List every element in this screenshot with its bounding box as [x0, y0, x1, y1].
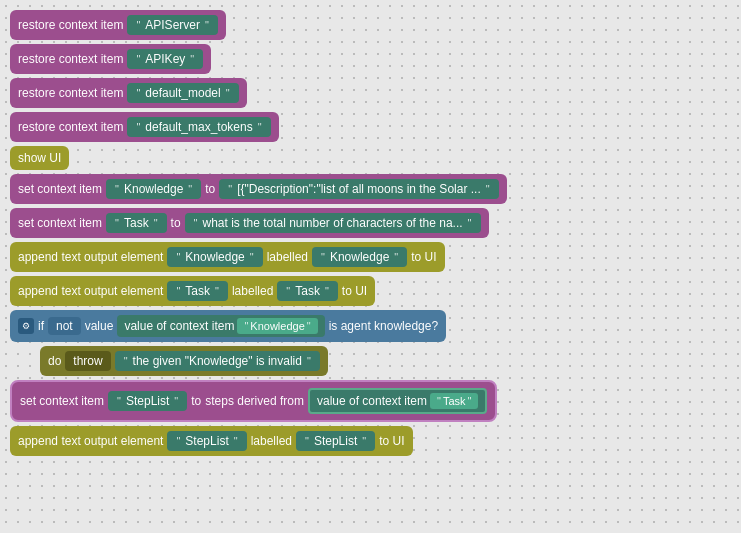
show-ui-label: show UI [18, 151, 61, 165]
set-to-1: to [205, 182, 215, 196]
set-value-2[interactable]: " what is the total number of characters… [185, 213, 481, 233]
append-label-value-2[interactable]: " Task " [277, 281, 338, 301]
not-label: not [48, 317, 81, 335]
append-label-1: append text output element [18, 250, 163, 264]
throw-value[interactable]: " the given "Knowledge" is invalid " [115, 351, 320, 371]
restore-label-1: restore context item [18, 18, 123, 32]
set-label-1: set context item [18, 182, 102, 196]
restore-block-2: restore context item " APIKey " [10, 44, 731, 74]
value-of-context-item[interactable]: value of context item "Knowledge" [117, 315, 324, 337]
restore-block-4: restore context item " default_max_token… [10, 112, 731, 142]
set-label-2: set context item [18, 216, 102, 230]
append-labelled-2: labelled [232, 284, 273, 298]
if-block: ⚙ if not value value of context item "Kn… [10, 310, 731, 342]
agent-label: is agent knowledge? [329, 319, 438, 333]
restore-label-2: restore context item [18, 52, 123, 66]
set-steplist-to: to [191, 394, 201, 408]
restore-label-4: restore context item [18, 120, 123, 134]
append-toui-1: to UI [411, 250, 436, 264]
restore-value-3[interactable]: " default_model " [127, 83, 238, 103]
set-steplist-block: set context item " StepList " to steps d… [10, 380, 731, 422]
append-label-value-1[interactable]: " Knowledge " [312, 247, 407, 267]
gear-icon[interactable]: ⚙ [18, 318, 34, 334]
do-throw-block: do throw " the given "Knowledge" is inva… [40, 346, 731, 376]
set-task-block: set context item " Task " to " what is t… [10, 208, 731, 238]
append-steplist-labelled: labelled [251, 434, 292, 448]
append-steplist-label: append text output element [18, 434, 163, 448]
value-label: value [85, 319, 114, 333]
throw-label: throw [65, 351, 110, 371]
append-labelled-1: labelled [267, 250, 308, 264]
append-steplist-toui: to UI [379, 434, 404, 448]
append-toui-2: to UI [342, 284, 367, 298]
set-key-2[interactable]: " Task " [106, 213, 167, 233]
restore-value-2[interactable]: " APIKey " [127, 49, 203, 69]
append-label-2: append text output element [18, 284, 163, 298]
append-task-block: append text output element " Task " labe… [10, 276, 731, 306]
append-key-1[interactable]: " Knowledge " [167, 247, 262, 267]
append-steplist-key[interactable]: " StepList " [167, 431, 246, 451]
append-knowledge-block: append text output element " Knowledge "… [10, 242, 731, 272]
restore-value-1[interactable]: " APIServer " [127, 15, 218, 35]
steplist-context-label: value of context item [317, 394, 427, 408]
context-label: value of context item [124, 319, 234, 333]
steplist-context-key[interactable]: "Task" [430, 393, 478, 409]
append-steplist-label-value[interactable]: " StepList " [296, 431, 375, 451]
show-ui-block: show UI [10, 146, 731, 170]
restore-block-1: restore context item " APIServer " [10, 10, 731, 40]
restore-block-3: restore context item " default_model " [10, 78, 731, 108]
append-steplist-block: append text output element " StepList " … [10, 426, 731, 456]
set-value-1[interactable]: " [{"Description":"list of all moons in … [219, 179, 498, 199]
context-key-knowledge[interactable]: "Knowledge" [237, 318, 317, 334]
set-to-2: to [171, 216, 181, 230]
set-steplist-label: set context item [20, 394, 104, 408]
restore-label-3: restore context item [18, 86, 123, 100]
steplist-context-value[interactable]: value of context item "Task" [308, 388, 488, 414]
set-key-1[interactable]: " Knowledge " [106, 179, 201, 199]
set-steplist-derived: steps derived from [205, 394, 304, 408]
set-steplist-key[interactable]: " StepList " [108, 391, 187, 411]
set-knowledge-block: set context item " Knowledge " to " [{"D… [10, 174, 731, 204]
do-label: do [48, 354, 61, 368]
if-label: if [38, 319, 44, 333]
append-key-2[interactable]: " Task " [167, 281, 228, 301]
restore-value-4[interactable]: " default_max_tokens " [127, 117, 270, 137]
